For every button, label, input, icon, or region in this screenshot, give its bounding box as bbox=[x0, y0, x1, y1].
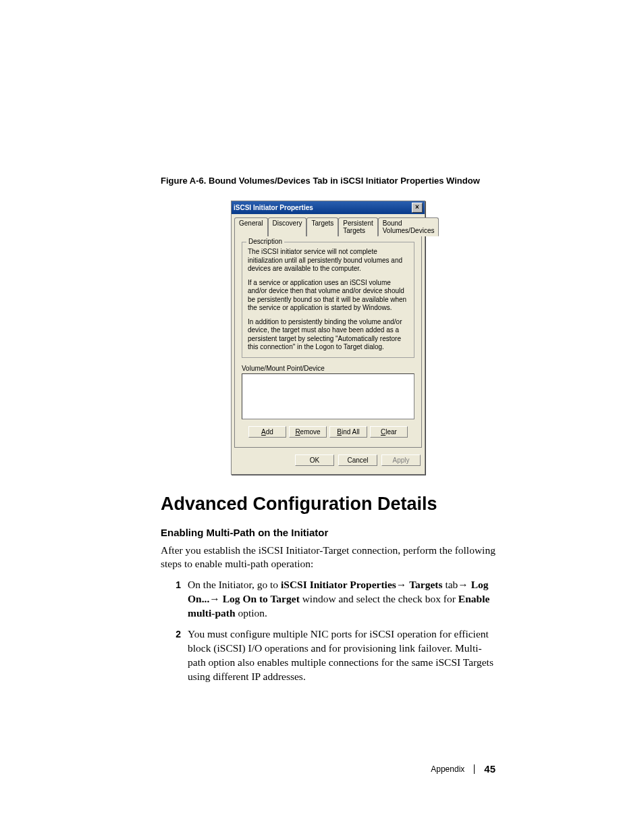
footer-divider bbox=[474, 764, 475, 774]
dialog-tabs: General Discovery Targets Persistent Tar… bbox=[232, 214, 425, 236]
step2-text: You must configure multiple NIC ports fo… bbox=[188, 627, 495, 684]
dialog-titlebar: iSCSI Initiator Properties × bbox=[232, 201, 425, 214]
description-legend: Description bbox=[246, 238, 284, 245]
screenshot-container: iSCSI Initiator Properties × General Dis… bbox=[161, 201, 495, 475]
iscsi-properties-dialog: iSCSI Initiator Properties × General Dis… bbox=[231, 201, 425, 475]
dialog-title: iSCSI Initiator Properties bbox=[234, 204, 313, 211]
add-button[interactable]: Add bbox=[248, 426, 286, 438]
tab-persistent-targets[interactable]: Persistent Targets bbox=[338, 217, 377, 236]
tab-body: Description The iSCSI initiator service … bbox=[234, 236, 422, 448]
clear-button[interactable]: Clear bbox=[370, 426, 408, 438]
tab-bound-volumes-devices[interactable]: Bound Volumes/Devices bbox=[378, 217, 439, 236]
tab-targets[interactable]: Targets bbox=[306, 217, 338, 236]
subsection-heading: Enabling Multi-Path on the Initiator bbox=[161, 527, 495, 538]
step1-bold-log-on-to-target: Log On to Target bbox=[223, 593, 300, 604]
step1-arrow-3: → bbox=[209, 593, 222, 604]
step1-text-4: option. bbox=[236, 607, 267, 619]
section-heading: Advanced Configuration Details bbox=[161, 494, 495, 515]
description-paragraph-1: The iSCSI initiator service will not com… bbox=[248, 248, 408, 273]
step1-arrow-2: → bbox=[458, 579, 471, 590]
description-paragraph-3: In addition to persistently binding the … bbox=[248, 318, 408, 352]
step-2: You must configure multiple NIC ports fo… bbox=[161, 627, 495, 684]
footer-page-number: 45 bbox=[484, 763, 495, 775]
step1-bold-targets: Targets bbox=[409, 579, 442, 590]
tab-general[interactable]: General bbox=[234, 217, 268, 236]
steps-list: On the Initiator, go to iSCSI Initiator … bbox=[161, 578, 495, 683]
step-1: On the Initiator, go to iSCSI Initiator … bbox=[161, 578, 495, 621]
cancel-button[interactable]: Cancel bbox=[338, 454, 377, 466]
tab-discovery[interactable]: Discovery bbox=[268, 217, 307, 236]
step1-text-1: On the Initiator, go to bbox=[188, 579, 281, 590]
volume-list-label: Volume/Mount Point/Device bbox=[242, 365, 414, 372]
page-footer: Appendix 45 bbox=[431, 763, 495, 775]
description-paragraph-2: If a service or application uses an iSCS… bbox=[248, 279, 408, 313]
step1-text-3: window and select the check box for bbox=[300, 593, 458, 604]
apply-button: Apply bbox=[381, 454, 421, 466]
intro-paragraph: After you establish the iSCSI Initiator-… bbox=[161, 544, 495, 572]
step1-arrow-1: → bbox=[396, 579, 409, 590]
volume-listbox[interactable] bbox=[242, 373, 414, 419]
step1-text-2: tab bbox=[443, 579, 458, 590]
remove-button[interactable]: Remove bbox=[289, 426, 327, 438]
step1-bold-iscsi-properties: iSCSI Initiator Properties bbox=[281, 579, 396, 590]
volume-buttons-row: Add Remove Bind All Clear bbox=[242, 426, 414, 438]
close-icon[interactable]: × bbox=[412, 203, 423, 213]
dialog-bottom-buttons: OK Cancel Apply bbox=[232, 450, 425, 471]
footer-section-label: Appendix bbox=[431, 764, 464, 774]
figure-caption: Figure A-6. Bound Volumes/Devices Tab in… bbox=[161, 176, 495, 186]
bind-all-button[interactable]: Bind All bbox=[329, 426, 367, 438]
description-groupbox: Description The iSCSI initiator service … bbox=[242, 242, 414, 358]
ok-button[interactable]: OK bbox=[295, 454, 334, 466]
